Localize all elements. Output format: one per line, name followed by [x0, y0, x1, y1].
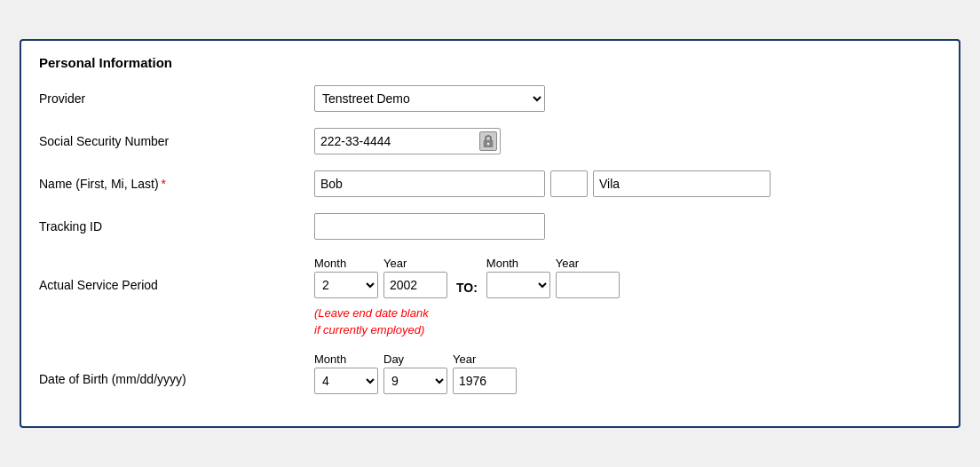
name-first-input[interactable]	[314, 170, 545, 197]
start-month-label: Month	[314, 257, 346, 270]
dob-year-input[interactable]	[453, 368, 517, 394]
name-mi-input[interactable]	[550, 170, 588, 197]
ssn-label: Social Security Number	[39, 134, 314, 148]
dob-month-select[interactable]: 1 2 3 4 5 6 7 8 9 10 11 12	[314, 368, 378, 394]
start-month-select[interactable]: 1 2 3 4 5 6 7 8 9 10 11 12	[314, 272, 378, 298]
service-period-start-row: Month 1 2 3 4 5 6 7 8 9 10	[314, 257, 620, 298]
dob-day-select[interactable]: 1 2 3 4 5 6 7 8 9 10 11 12 13 14	[383, 368, 447, 394]
service-period-label: Actual Service Period	[39, 257, 314, 292]
personal-information-card: Personal Information Provider Tenstreet …	[20, 39, 960, 427]
tracking-input[interactable]	[314, 213, 545, 240]
dob-month-label: Month	[314, 352, 346, 366]
dob-day-col: Day 1 2 3 4 5 6 7 8 9 10 11 12	[383, 352, 447, 394]
required-star: *	[162, 177, 166, 191]
end-month-label: Month	[486, 257, 518, 270]
name-label: Name (First, Mi, Last)*	[39, 177, 314, 191]
service-period-row: Actual Service Period Month 1 2 3 4 5 6	[39, 253, 941, 337]
start-month-col: Month 1 2 3 4 5 6 7 8 9 10	[314, 257, 378, 298]
end-month-col: Month 1 2 3 4 5 6 7 8 9 10	[486, 257, 550, 298]
to-label: TO:	[456, 281, 478, 298]
dob-day-label: Day	[383, 352, 404, 366]
ssn-wrapper	[314, 128, 501, 154]
tracking-field-col	[314, 213, 545, 240]
service-period-wrapper: Month 1 2 3 4 5 6 7 8 9 10	[314, 257, 620, 337]
provider-field-col: Tenstreet Demo	[314, 85, 545, 112]
end-month-select[interactable]: 1 2 3 4 5 6 7 8 9 10 11 12	[486, 272, 550, 298]
ssn-input[interactable]	[314, 128, 501, 154]
ssn-field-col	[314, 128, 501, 154]
svg-point-1	[487, 143, 489, 145]
name-last-input[interactable]	[593, 170, 771, 197]
provider-select[interactable]: Tenstreet Demo	[314, 85, 545, 112]
provider-label: Provider	[39, 91, 314, 106]
end-date-note: (Leave end date blankif currently employ…	[314, 305, 620, 337]
tracking-row: Tracking ID	[39, 210, 941, 242]
dob-month-col: Month 1 2 3 4 5 6 7 8 9 10 11 12	[314, 352, 378, 394]
dob-wrapper: Month 1 2 3 4 5 6 7 8 9 10 11 12	[314, 352, 517, 394]
dob-label: Date of Birth (mm/dd/yyyy)	[39, 352, 314, 386]
dob-field-col: Month 1 2 3 4 5 6 7 8 9 10 11 12	[314, 352, 517, 394]
name-field-col	[314, 170, 771, 197]
dob-row: Date of Birth (mm/dd/yyyy) Month 1 2 3 4…	[39, 349, 941, 394]
end-year-label: Year	[556, 257, 579, 270]
service-period-field-col: Month 1 2 3 4 5 6 7 8 9 10	[314, 257, 620, 337]
ssn-row: Social Security Number	[39, 125, 941, 157]
start-year-input[interactable]	[383, 272, 447, 298]
card-title: Personal Information	[39, 55, 941, 70]
dob-year-label: Year	[453, 352, 476, 366]
start-year-label: Year	[383, 257, 407, 270]
ssn-lock-icon[interactable]	[479, 131, 497, 151]
dob-year-col: Year	[453, 352, 517, 394]
name-row: Name (First, Mi, Last)*	[39, 168, 941, 200]
end-year-input[interactable]	[556, 272, 620, 298]
start-year-col: Year	[383, 257, 447, 298]
provider-row: Provider Tenstreet Demo	[39, 83, 941, 115]
end-year-col: Year	[556, 257, 620, 298]
tracking-label: Tracking ID	[39, 219, 314, 234]
